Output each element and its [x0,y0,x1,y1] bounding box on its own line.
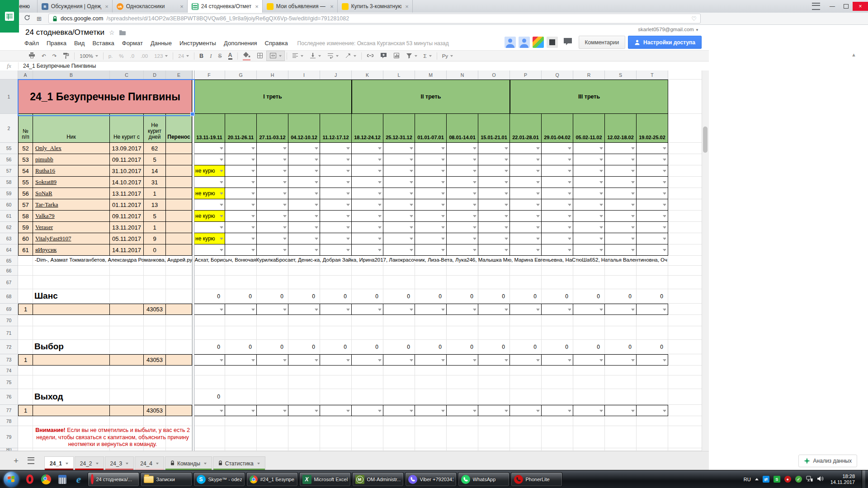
mark-cell[interactable] [637,304,668,315]
cell-dropdown-icon[interactable] [568,226,571,229]
cell-blank[interactable] [18,375,33,389]
mark-cell[interactable] [415,304,447,315]
mark-cell[interactable] [637,154,668,165]
cell-blank[interactable] [18,389,33,405]
insert-chart-button[interactable] [390,51,403,61]
mark-cell[interactable] [542,154,573,165]
cell-blank[interactable] [415,276,447,289]
cell-dropdown-icon[interactable] [631,309,635,311]
cell-blank[interactable] [542,266,573,276]
cell-dropdown-icon[interactable] [663,181,666,183]
cell-blank[interactable] [18,276,33,289]
cell-blank[interactable] [110,276,144,289]
member-num-cell[interactable]: 61 [18,244,33,256]
zero-cell[interactable]: 0 [415,340,447,354]
zero-cell[interactable]: 0 [193,289,225,304]
mark-cell[interactable] [637,354,668,366]
cell-dropdown-icon[interactable] [536,309,540,311]
zero-cell[interactable] [447,389,478,405]
borders-button[interactable] [254,51,266,61]
cell-blank[interactable] [320,266,352,276]
mark-cell[interactable] [288,165,320,177]
mark-cell[interactable] [415,188,447,199]
sheet-tab-menu-icon[interactable] [126,463,128,465]
mark-cell[interactable] [352,177,383,188]
cell-blank[interactable] [288,416,320,426]
cell-dropdown-icon[interactable] [378,181,382,183]
cell-blank[interactable] [288,326,320,340]
cell-blank[interactable] [447,416,478,426]
mark-cell[interactable] [288,211,320,222]
mark-cell[interactable] [447,222,478,233]
menu-Справка[interactable]: Справка [265,40,288,47]
cell-blank[interactable] [510,326,542,340]
cell-dropdown-icon[interactable] [283,309,287,311]
cell-blank[interactable] [193,315,225,326]
zero-cell[interactable] [605,389,637,405]
cell-dropdown-icon[interactable] [599,192,603,195]
cell-blank[interactable] [18,340,33,354]
zero-cell[interactable] [542,389,573,405]
cell-dropdown-icon[interactable] [410,238,413,240]
cell-blank[interactable] [225,375,257,389]
section-blank-cell[interactable] [110,405,144,416]
date-header-cell[interactable]: 18.12-24.12 [352,114,383,143]
cell-dropdown-icon[interactable] [346,181,350,183]
pinned-ie-icon[interactable]: e [71,472,87,487]
cell-dropdown-icon[interactable] [315,170,318,172]
member-nick-cell[interactable]: Rutha16 [33,165,110,177]
mark-cell[interactable] [320,143,352,154]
start-button[interactable] [4,472,19,487]
cell-dropdown-icon[interactable] [441,215,445,217]
cell-blank[interactable] [510,426,542,448]
mark-cell[interactable] [415,222,447,233]
zero-cell[interactable]: 0 [573,289,605,304]
cell-blank[interactable] [225,416,257,426]
mark-cell[interactable]: не курю [193,211,225,222]
cell-blank[interactable] [668,188,702,199]
cell-dropdown-icon[interactable] [568,249,571,251]
cell-dropdown-icon[interactable] [378,192,382,195]
cell-dropdown-icon[interactable] [315,226,318,229]
cell-blank[interactable] [18,326,33,340]
cell-dropdown-icon[interactable] [220,226,223,229]
section-blank-cell[interactable] [33,405,110,416]
member-since-cell[interactable]: 05.11.2017 [110,233,144,244]
cell-blank[interactable] [144,366,166,375]
zero-cell[interactable] [288,389,320,405]
zoom-select[interactable]: 100% [76,51,101,61]
mark-cell[interactable] [193,244,225,256]
cell-dropdown-icon[interactable] [505,181,508,183]
mark-cell[interactable] [193,304,225,315]
cell-dropdown-icon[interactable] [536,215,540,217]
member-transfer-cell[interactable] [166,222,192,233]
cell-blank[interactable] [668,416,702,426]
cell-dropdown-icon[interactable] [473,181,476,183]
zero-cell[interactable] [510,389,542,405]
cell-blank[interactable] [637,366,668,375]
sheet-tab-Статистика[interactable]: Статистика [213,456,265,470]
mark-cell[interactable] [257,405,288,416]
cell-blank[interactable] [447,366,478,375]
cell-dropdown-icon[interactable] [378,147,382,150]
mark-cell[interactable] [225,304,257,315]
cell-blank[interactable] [383,375,415,389]
mark-cell[interactable] [510,188,542,199]
member-days-cell[interactable]: 0 [144,244,166,256]
cell-blank[interactable] [352,266,383,276]
mark-cell[interactable] [320,354,352,366]
tab-close-icon[interactable]: × [179,3,184,10]
cell-dropdown-icon[interactable] [410,249,413,251]
cell-dropdown-icon[interactable] [568,192,571,195]
sheet-tab-menu-icon[interactable] [257,463,260,465]
cell-dropdown-icon[interactable] [441,249,445,251]
viewer-avatar[interactable] [519,37,530,48]
cell-blank[interactable] [478,326,510,340]
cell-dropdown-icon[interactable] [631,359,635,361]
fill-color-button[interactable] [240,51,254,61]
cell-blank[interactable] [447,326,478,340]
cell-blank[interactable] [383,326,415,340]
browser-tab[interactable]: Мои объявления — Янде× [263,0,338,13]
member-nick-cell[interactable]: яИрусик [33,244,110,256]
cell-dropdown-icon[interactable] [441,204,445,206]
